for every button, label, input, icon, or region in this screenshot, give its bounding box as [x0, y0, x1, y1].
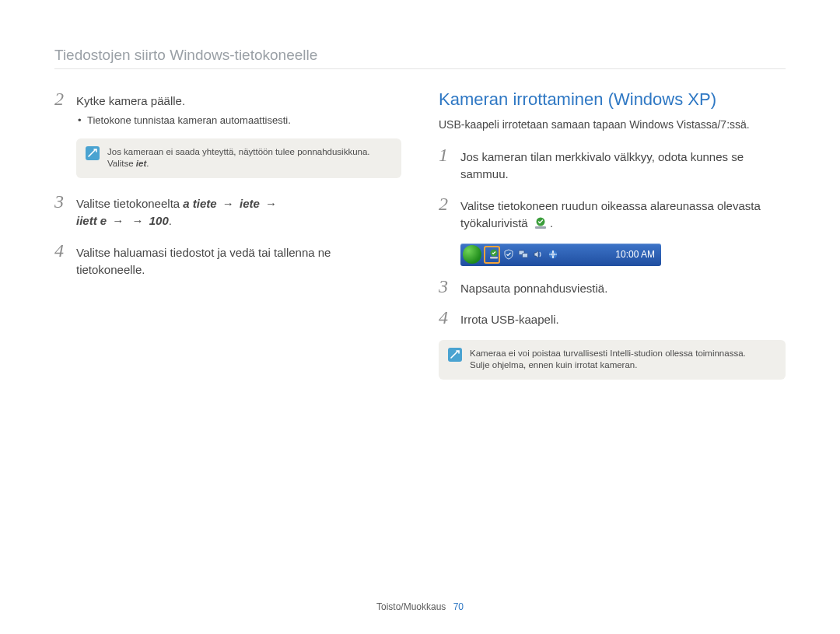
footer-section: Toisto/Muokkaus: [376, 601, 446, 612]
step-body: Valitse tietokoneen ruudun oikeassa alar…: [460, 194, 786, 233]
volume-tray-icon: [532, 248, 544, 261]
two-column-layout: 2 Kytke kamera päälle. Tietokone tunnist…: [54, 89, 786, 394]
svg-rect-5: [523, 254, 528, 258]
step-1: 1 Jos kameran tilan merkkivalo välkkyy, …: [439, 145, 786, 184]
step-3: 3 Valitse tietokoneelta a tiete → iete →…: [54, 192, 401, 230]
note-text: Kameraa ei voi poistaa turvallisesti Int…: [470, 348, 746, 372]
left-column: 2 Kytke kamera päälle. Tietokone tunnist…: [54, 89, 401, 394]
globe-tray-icon: [547, 248, 559, 261]
step-number: 3: [54, 192, 68, 230]
step-3-right: 3 Napsauta ponnahdusviestiä.: [439, 277, 786, 298]
step-number: 3: [439, 277, 453, 298]
step-4: 4 Valitse haluamasi tiedostot ja vedä ta…: [54, 241, 401, 279]
right-column: Kameran irrottaminen (Windows XP) USB-ka…: [439, 89, 786, 394]
note-line2: Sulje ohjelma, ennen kuin irrotat kamera…: [470, 359, 746, 372]
page-header: Tiedostojen siirto Windows-tietokoneelle: [54, 47, 786, 69]
manual-page: Tiedostojen siirto Windows-tietokoneelle…: [0, 0, 840, 634]
step-number: 1: [439, 145, 453, 184]
step-body: Irrota USB-kaapeli.: [460, 308, 559, 329]
taskbar-clock: 10:00 AM: [615, 249, 655, 260]
step-body: Jos kameran tilan merkkivalo välkkyy, od…: [460, 145, 786, 184]
note-line1: Jos kameraan ei saada yhteyttä, näyttöön…: [107, 146, 370, 159]
step-number: 2: [439, 194, 453, 233]
tray-highlight-box: [484, 246, 500, 264]
safely-remove-icon: [533, 216, 548, 230]
shield-tray-icon: [502, 248, 515, 261]
step-body: Kytke kamera päälle. Tietokone tunnistaa…: [76, 89, 291, 128]
section-subtext: USB-kaapeli irrotetaan samaan tapaan Win…: [439, 117, 786, 133]
svg-rect-1: [535, 226, 546, 229]
start-button-icon: [463, 245, 481, 264]
monitor-tray-icon: [517, 248, 530, 261]
note-box: Jos kameraan ei saada yhteyttä, näyttöön…: [76, 138, 401, 178]
step-body: Valitse haluamasi tiedostot ja vedä tai …: [76, 241, 401, 279]
note-line1: Kameraa ei voi poistaa turvallisesti Int…: [470, 348, 746, 360]
step-2: 2 Kytke kamera päälle. Tietokone tunnist…: [54, 89, 401, 128]
step-number: 4: [54, 241, 68, 279]
step-number: 4: [439, 308, 453, 329]
note-line2: Valitse iet.: [107, 158, 370, 170]
note-text: Jos kameraan ei saada yhteyttä, näyttöön…: [107, 146, 370, 170]
step-bullet: Tietokone tunnistaa kameran automaattise…: [78, 114, 291, 128]
note-box: Kameraa ei voi poistaa turvallisesti Int…: [439, 340, 786, 380]
page-number: 70: [453, 601, 464, 612]
step-body: Valitse tietokoneelta a tiete → iete → i…: [76, 192, 279, 230]
section-heading: Kameran irrottaminen (Windows XP): [439, 89, 786, 110]
step-text: Kytke kamera päälle.: [76, 94, 185, 107]
note-icon: [448, 348, 462, 362]
page-footer: Toisto/Muokkaus 70: [0, 601, 840, 612]
step-2-right: 2 Valitse tietokoneen ruudun oikeassa al…: [439, 194, 786, 233]
step-4-right: 4 Irrota USB-kaapeli.: [439, 308, 786, 329]
step-number: 2: [54, 89, 68, 128]
step-body: Napsauta ponnahdusviestiä.: [460, 277, 607, 298]
windows-taskbar: 10:00 AM: [460, 243, 661, 266]
note-icon: [86, 146, 100, 160]
